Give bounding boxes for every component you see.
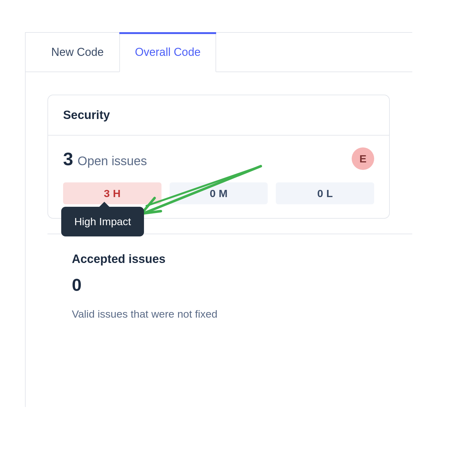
accepted-issues-title: Accepted issues: [72, 252, 390, 266]
severity-medium-suffix: M: [219, 187, 227, 200]
severity-low-chip[interactable]: 0 L: [276, 182, 374, 204]
severity-high-count: 3: [104, 187, 110, 200]
open-issues-row: 3 Open issues E: [63, 147, 374, 170]
open-issues-count: 3: [63, 148, 73, 169]
tab-overall-code-label: Overall Code: [135, 46, 201, 59]
accepted-issues-count[interactable]: 0: [72, 275, 390, 295]
severity-low-count: 0: [317, 187, 323, 200]
security-rating-badge[interactable]: E: [352, 147, 374, 170]
tooltip-high-impact: High Impact: [61, 207, 144, 236]
severity-low-suffix: L: [326, 187, 333, 200]
security-card: Security 3 Open issues E 3 H 0 M: [47, 95, 390, 219]
severity-medium-chip[interactable]: 0 M: [170, 182, 268, 204]
tab-new-code-label: New Code: [51, 46, 104, 59]
open-issues-link[interactable]: 3 Open issues: [63, 148, 147, 169]
security-title: Security: [63, 108, 374, 122]
accepted-issues-description: Valid issues that were not fixed: [72, 308, 390, 320]
tab-bar: New Code Overall Code: [25, 32, 412, 72]
security-card-header: Security: [48, 95, 389, 136]
tab-new-code[interactable]: New Code: [25, 33, 119, 72]
severity-row: 3 H 0 M 0 L High Impact: [63, 182, 374, 204]
accepted-issues-section: Accepted issues 0 Valid issues that were…: [72, 252, 390, 320]
tooltip-high-impact-text: High Impact: [74, 216, 131, 227]
security-card-body: 3 Open issues E 3 H 0 M 0 L: [48, 136, 389, 218]
severity-medium-count: 0: [210, 187, 216, 200]
open-issues-label: Open issues: [77, 154, 147, 168]
severity-high-chip[interactable]: 3 H: [63, 182, 161, 204]
security-rating-letter: E: [359, 153, 367, 165]
severity-high-suffix: H: [113, 187, 121, 200]
tab-overall-code[interactable]: Overall Code: [119, 33, 216, 72]
